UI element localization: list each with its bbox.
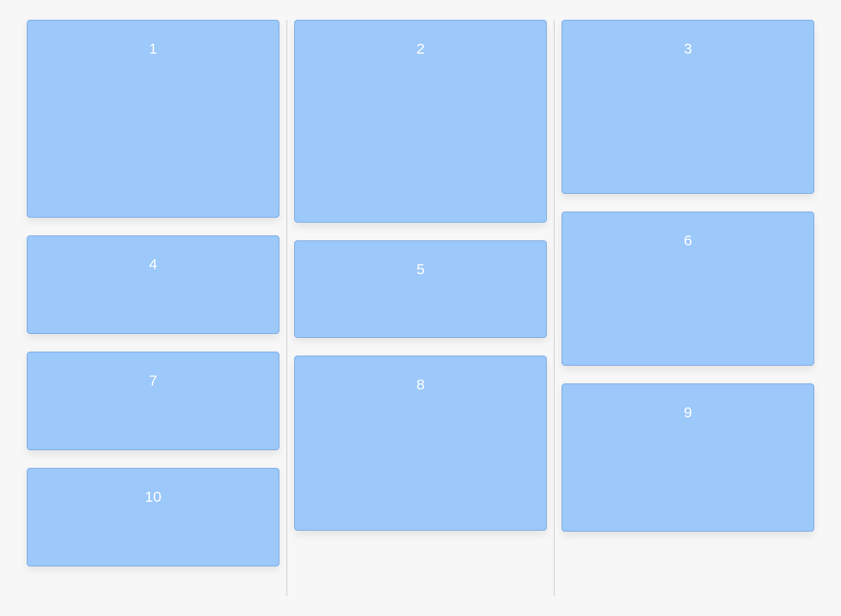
column-3: 3 6 9 — [555, 20, 821, 596]
card-7[interactable]: 7 — [27, 352, 279, 450]
card-3[interactable]: 3 — [562, 20, 814, 194]
column-1: 1 4 7 10 — [20, 20, 287, 596]
column-2: 2 5 8 — [287, 20, 555, 596]
card-5[interactable]: 5 — [294, 240, 547, 338]
card-9[interactable]: 9 — [562, 384, 814, 532]
card-1[interactable]: 1 — [27, 20, 279, 218]
card-8[interactable]: 8 — [294, 356, 547, 531]
card-6[interactable]: 6 — [562, 212, 814, 366]
card-2[interactable]: 2 — [294, 20, 547, 223]
card-4[interactable]: 4 — [27, 235, 279, 334]
card-10[interactable]: 10 — [27, 468, 279, 566]
masonry-grid: 1 4 7 10 2 5 8 3 6 9 — [20, 20, 821, 596]
